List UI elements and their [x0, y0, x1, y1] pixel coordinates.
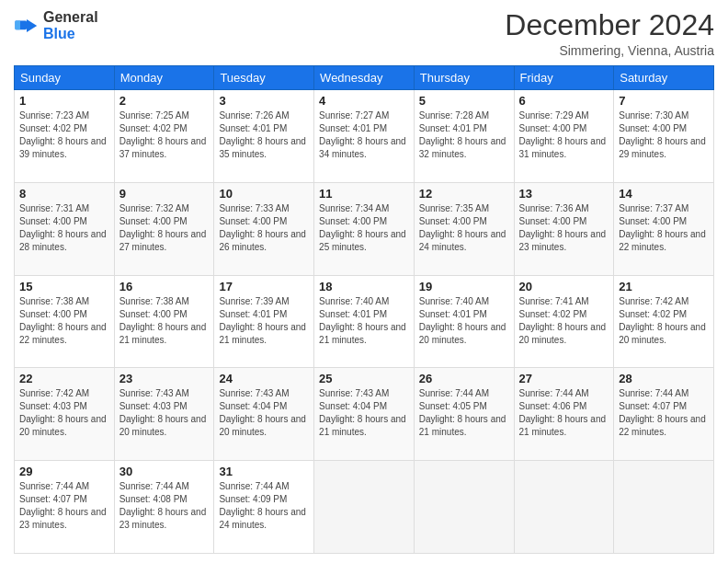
calendar-cell: 26Sunrise: 7:44 AMSunset: 4:05 PMDayligh… [414, 368, 514, 461]
calendar-cell: 16Sunrise: 7:38 AMSunset: 4:00 PMDayligh… [114, 275, 214, 368]
day-info: Sunrise: 7:27 AMSunset: 4:01 PMDaylight:… [319, 109, 409, 161]
day-number: 1 [19, 94, 109, 108]
day-number: 22 [19, 372, 109, 385]
day-number: 10 [219, 187, 309, 201]
day-number: 16 [119, 280, 210, 293]
day-number: 14 [619, 187, 709, 201]
day-number: 7 [619, 94, 709, 108]
weekday-header: Monday [114, 66, 214, 90]
month-title: December 2024 [505, 9, 714, 41]
day-info: Sunrise: 7:40 AMSunset: 4:01 PMDaylight:… [319, 295, 409, 347]
day-info: Sunrise: 7:44 AMSunset: 4:07 PMDaylight:… [19, 480, 109, 532]
day-info: Sunrise: 7:42 AMSunset: 4:02 PMDaylight:… [619, 295, 709, 347]
calendar-cell: 28Sunrise: 7:44 AMSunset: 4:07 PMDayligh… [614, 368, 714, 461]
day-number: 23 [119, 372, 210, 385]
day-number: 21 [619, 280, 709, 293]
day-number: 8 [19, 187, 109, 201]
page: General Blue December 2024 Simmering, Vi… [0, 0, 728, 563]
calendar-cell: 9Sunrise: 7:32 AMSunset: 4:00 PMDaylight… [114, 182, 214, 275]
svg-rect-2 [15, 20, 20, 29]
day-info: Sunrise: 7:42 AMSunset: 4:03 PMDaylight:… [19, 387, 109, 439]
weekday-header: Tuesday [214, 66, 314, 90]
logo-text: General Blue [43, 9, 98, 41]
day-info: Sunrise: 7:44 AMSunset: 4:07 PMDaylight:… [619, 387, 709, 439]
day-number: 24 [219, 372, 309, 385]
calendar-cell: 11Sunrise: 7:34 AMSunset: 4:00 PMDayligh… [314, 182, 415, 275]
day-info: Sunrise: 7:30 AMSunset: 4:00 PMDaylight:… [619, 109, 709, 161]
weekday-header: Friday [514, 66, 614, 90]
calendar-cell: 21Sunrise: 7:42 AMSunset: 4:02 PMDayligh… [614, 275, 714, 368]
calendar-cell: 20Sunrise: 7:41 AMSunset: 4:02 PMDayligh… [514, 275, 614, 368]
day-number: 28 [619, 372, 709, 385]
calendar-cell: 14Sunrise: 7:37 AMSunset: 4:00 PMDayligh… [614, 182, 714, 275]
calendar-week-row: 1Sunrise: 7:23 AMSunset: 4:02 PMDaylight… [15, 90, 714, 183]
calendar-cell: 22Sunrise: 7:42 AMSunset: 4:03 PMDayligh… [15, 368, 115, 461]
day-number: 6 [519, 94, 609, 108]
day-number: 9 [119, 187, 210, 201]
day-info: Sunrise: 7:40 AMSunset: 4:01 PMDaylight:… [419, 295, 509, 347]
day-number: 20 [519, 280, 609, 293]
calendar-week-row: 8Sunrise: 7:31 AMSunset: 4:00 PMDaylight… [15, 182, 714, 275]
day-info: Sunrise: 7:39 AMSunset: 4:01 PMDaylight:… [219, 295, 309, 347]
calendar-cell [614, 461, 714, 554]
day-number: 17 [219, 280, 309, 293]
calendar-week-row: 22Sunrise: 7:42 AMSunset: 4:03 PMDayligh… [15, 368, 714, 461]
day-info: Sunrise: 7:44 AMSunset: 4:05 PMDaylight:… [419, 387, 509, 439]
day-number: 11 [319, 187, 409, 201]
location: Simmering, Vienna, Austria [505, 43, 714, 58]
day-info: Sunrise: 7:28 AMSunset: 4:01 PMDaylight:… [419, 109, 509, 161]
header: General Blue December 2024 Simmering, Vi… [14, 9, 714, 58]
day-info: Sunrise: 7:33 AMSunset: 4:00 PMDaylight:… [219, 202, 309, 254]
day-number: 18 [319, 280, 409, 293]
calendar-cell: 25Sunrise: 7:43 AMSunset: 4:04 PMDayligh… [314, 368, 415, 461]
calendar-table: SundayMondayTuesdayWednesdayThursdayFrid… [14, 65, 714, 554]
day-info: Sunrise: 7:25 AMSunset: 4:02 PMDaylight:… [119, 109, 210, 161]
calendar-cell [414, 461, 514, 554]
calendar-cell: 15Sunrise: 7:38 AMSunset: 4:00 PMDayligh… [15, 275, 115, 368]
svg-marker-1 [27, 19, 37, 32]
day-number: 15 [19, 280, 109, 293]
day-number: 12 [419, 187, 509, 201]
day-info: Sunrise: 7:44 AMSunset: 4:09 PMDaylight:… [219, 480, 309, 532]
calendar-cell [514, 461, 614, 554]
day-info: Sunrise: 7:34 AMSunset: 4:00 PMDaylight:… [319, 202, 409, 254]
day-info: Sunrise: 7:41 AMSunset: 4:02 PMDaylight:… [519, 295, 609, 347]
day-number: 27 [519, 372, 609, 385]
calendar-cell: 4Sunrise: 7:27 AMSunset: 4:01 PMDaylight… [314, 90, 415, 183]
calendar-cell: 12Sunrise: 7:35 AMSunset: 4:00 PMDayligh… [414, 182, 514, 275]
weekday-header: Sunday [15, 66, 115, 90]
weekday-header: Thursday [414, 66, 514, 90]
day-number: 30 [119, 465, 210, 478]
calendar-cell: 29Sunrise: 7:44 AMSunset: 4:07 PMDayligh… [15, 461, 115, 554]
day-number: 19 [419, 280, 509, 293]
calendar-cell: 24Sunrise: 7:43 AMSunset: 4:04 PMDayligh… [214, 368, 314, 461]
logo-icon [14, 13, 40, 39]
day-number: 2 [119, 94, 210, 108]
day-info: Sunrise: 7:43 AMSunset: 4:03 PMDaylight:… [119, 387, 210, 439]
weekday-header: Saturday [614, 66, 714, 90]
day-info: Sunrise: 7:32 AMSunset: 4:00 PMDaylight:… [119, 202, 210, 254]
calendar-week-row: 15Sunrise: 7:38 AMSunset: 4:00 PMDayligh… [15, 275, 714, 368]
day-info: Sunrise: 7:43 AMSunset: 4:04 PMDaylight:… [319, 387, 409, 439]
day-number: 4 [319, 94, 409, 108]
day-info: Sunrise: 7:23 AMSunset: 4:02 PMDaylight:… [19, 109, 109, 161]
calendar-cell: 30Sunrise: 7:44 AMSunset: 4:08 PMDayligh… [114, 461, 214, 554]
day-number: 3 [219, 94, 309, 108]
day-number: 5 [419, 94, 509, 108]
day-info: Sunrise: 7:43 AMSunset: 4:04 PMDaylight:… [219, 387, 309, 439]
day-info: Sunrise: 7:44 AMSunset: 4:08 PMDaylight:… [119, 480, 210, 532]
calendar-cell: 3Sunrise: 7:26 AMSunset: 4:01 PMDaylight… [214, 90, 314, 183]
title-block: December 2024 Simmering, Vienna, Austria [505, 9, 714, 58]
calendar-cell: 8Sunrise: 7:31 AMSunset: 4:00 PMDaylight… [15, 182, 115, 275]
day-number: 13 [519, 187, 609, 201]
weekday-header: Wednesday [314, 66, 415, 90]
calendar-cell: 1Sunrise: 7:23 AMSunset: 4:02 PMDaylight… [15, 90, 115, 183]
day-info: Sunrise: 7:37 AMSunset: 4:00 PMDaylight:… [619, 202, 709, 254]
calendar-cell: 23Sunrise: 7:43 AMSunset: 4:03 PMDayligh… [114, 368, 214, 461]
logo-blue: Blue [43, 26, 75, 41]
calendar-cell: 2Sunrise: 7:25 AMSunset: 4:02 PMDaylight… [114, 90, 214, 183]
day-number: 25 [319, 372, 409, 385]
day-info: Sunrise: 7:36 AMSunset: 4:00 PMDaylight:… [519, 202, 609, 254]
day-info: Sunrise: 7:35 AMSunset: 4:00 PMDaylight:… [419, 202, 509, 254]
day-number: 31 [219, 465, 309, 478]
